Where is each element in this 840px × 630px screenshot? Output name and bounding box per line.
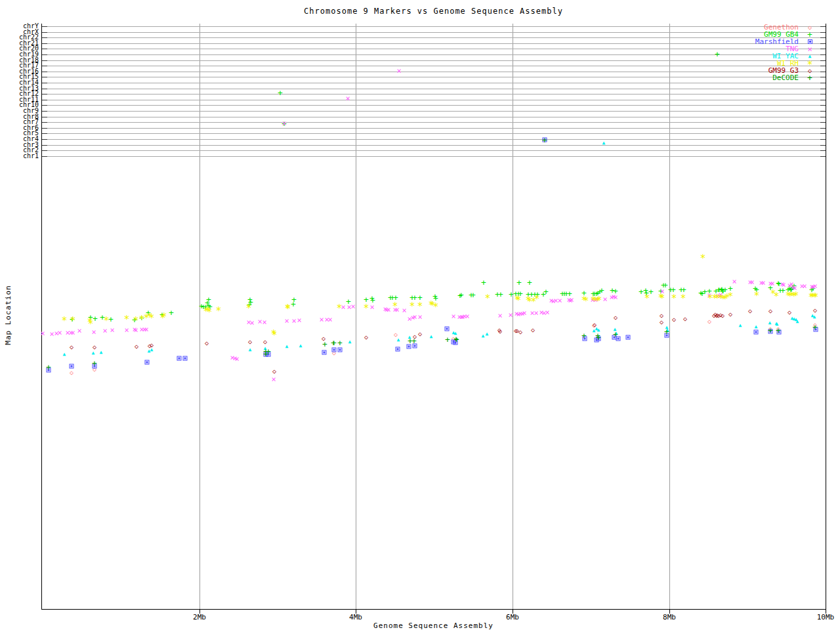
x-axis-tick-label: 8Mb bbox=[663, 613, 676, 621]
marker-tng: × bbox=[345, 94, 350, 102]
marker-gm99-gb4: + bbox=[390, 293, 395, 302]
marker-gm99-gb4: + bbox=[205, 299, 210, 307]
marker-tng: × bbox=[799, 282, 804, 290]
marker-gm99-gb4: + bbox=[768, 284, 773, 292]
marker-wi-rh: * bbox=[595, 297, 600, 306]
marker-gm99-gb4: + bbox=[597, 287, 602, 296]
marker-gm99-gb4: + bbox=[658, 287, 663, 295]
marker-wi-yac: ▲ bbox=[100, 350, 103, 355]
marker-tng: × bbox=[566, 296, 571, 304]
marker-gm99-gb4: + bbox=[535, 290, 540, 299]
y-axis-label: Map Location bbox=[4, 285, 12, 345]
chromosome-right-tick bbox=[820, 32, 826, 33]
marker-wi-rh: * bbox=[809, 293, 815, 303]
marker-gm99-g3: ◇ bbox=[660, 319, 663, 326]
marker-gm99-g3: ◇ bbox=[413, 333, 417, 340]
marker-wi-rh: * bbox=[148, 314, 154, 324]
marker-tng: × bbox=[68, 329, 73, 337]
x-axis-tick-label: 6Mb bbox=[506, 613, 519, 621]
marker-gm99-gb4: + bbox=[433, 294, 438, 303]
marker-gm99-gb4: + bbox=[370, 296, 375, 304]
marker-gm99-g3: ◇ bbox=[788, 309, 791, 316]
marker-genethon: ◇ bbox=[93, 366, 96, 373]
marker-tng: × bbox=[718, 291, 723, 299]
marker-marshfield bbox=[612, 335, 617, 340]
marker-tng: × bbox=[91, 328, 96, 336]
marker-wi-yac: ▲ bbox=[285, 344, 289, 349]
marker-genethon: ◇ bbox=[332, 350, 336, 356]
marker-gm99-gb4: + bbox=[788, 285, 793, 294]
marker-wi-rh: * bbox=[484, 294, 490, 304]
marker-marshfield bbox=[583, 337, 587, 341]
marker-gm99-gb4: + bbox=[613, 287, 618, 295]
marker-wi-yac: ▲ bbox=[776, 322, 779, 327]
marker-tng: × bbox=[518, 310, 522, 318]
marker-tng: × bbox=[234, 355, 239, 363]
marker-wi-yac: ▲ bbox=[665, 325, 669, 330]
chromosome-line bbox=[42, 150, 826, 151]
marker-tng: × bbox=[590, 296, 595, 304]
marker-decode: + bbox=[46, 363, 51, 371]
marker-gm99-gb4: + bbox=[432, 292, 438, 301]
chromosome-right-tick bbox=[820, 139, 826, 140]
marker-genethon: ◇ bbox=[707, 318, 711, 325]
marker-gm99-g3: ◇ bbox=[150, 342, 154, 348]
x-axis-tick-label: 2Mb bbox=[193, 613, 206, 621]
marker-wi-rh: * bbox=[592, 297, 598, 306]
legend-marker-decode: + bbox=[805, 74, 815, 82]
marker-tng: × bbox=[553, 297, 558, 304]
marker-gm99-gb4: + bbox=[291, 295, 297, 304]
marker-wi-yac: ▲ bbox=[795, 317, 798, 322]
chromosome-line bbox=[42, 72, 826, 72]
marker-tng: × bbox=[551, 297, 555, 305]
marker-wi-rh: * bbox=[717, 294, 723, 304]
marker-wi-rh: * bbox=[720, 295, 726, 304]
marker-genethon: ◇ bbox=[776, 326, 780, 332]
marker-wi-rh: * bbox=[87, 320, 93, 329]
marker-tng: × bbox=[246, 318, 251, 326]
marker-gm99-gb4: + bbox=[207, 303, 213, 311]
marker-gm99-gb4: + bbox=[610, 286, 615, 295]
marker-tng: × bbox=[257, 318, 262, 326]
marker-tng: × bbox=[230, 354, 234, 362]
marker-gm99-g3: ◇ bbox=[748, 308, 752, 314]
legend-marker-gm99-gb4: + bbox=[805, 30, 815, 39]
marker-tng: × bbox=[660, 287, 664, 295]
marker-wi-rh: * bbox=[428, 301, 434, 310]
marker-wi-rh: * bbox=[203, 307, 209, 317]
marker-tng: × bbox=[611, 293, 616, 301]
marker-wi-rh: * bbox=[722, 295, 728, 304]
marker-tng: × bbox=[144, 326, 148, 333]
marker-wi-rh: * bbox=[644, 294, 650, 304]
marker-wi-rh: * bbox=[336, 304, 342, 314]
marker-wi-rh: * bbox=[707, 294, 713, 304]
marker-wi-yac: ▲ bbox=[796, 319, 799, 324]
chromosome-right-tick bbox=[820, 54, 826, 55]
marker-decode: + bbox=[595, 331, 600, 340]
marker-gm99-gb4: + bbox=[776, 279, 781, 287]
x-axis-tick-label: 4Mb bbox=[349, 613, 362, 621]
marker-gm99-g3: ◇ bbox=[715, 312, 719, 319]
marker-gm99-gb4: + bbox=[595, 289, 600, 297]
marker-tng: × bbox=[70, 329, 75, 337]
marker-gm99-gb4: + bbox=[591, 289, 596, 298]
marker-wi-yac: ▲ bbox=[408, 335, 411, 340]
marker-wi-yac: ▲ bbox=[397, 337, 400, 343]
marker-wi-rh: * bbox=[432, 303, 438, 312]
chromosome-line bbox=[42, 111, 826, 112]
marker-wi-rh: * bbox=[285, 304, 291, 314]
marker-wi-yac: ▲ bbox=[299, 343, 303, 348]
marker-wi-yac: ▲ bbox=[430, 334, 433, 339]
marker-wi-rh: * bbox=[714, 294, 720, 304]
marker-gm99-g3: ◇ bbox=[518, 329, 522, 335]
chromosome-right-tick bbox=[820, 37, 826, 38]
marker-decode: + bbox=[454, 335, 459, 344]
marker-gm99-gb4: + bbox=[567, 289, 572, 298]
marker-marshfield bbox=[616, 337, 621, 341]
legend-marker-gm99-g3: ◇ bbox=[805, 68, 815, 74]
marker-gm99-g3: ◇ bbox=[768, 308, 772, 314]
marker-marshfield bbox=[93, 364, 97, 369]
marker-marshfield bbox=[452, 340, 456, 345]
marker-decode: + bbox=[263, 347, 268, 356]
marker-wi-rh: * bbox=[270, 329, 276, 339]
